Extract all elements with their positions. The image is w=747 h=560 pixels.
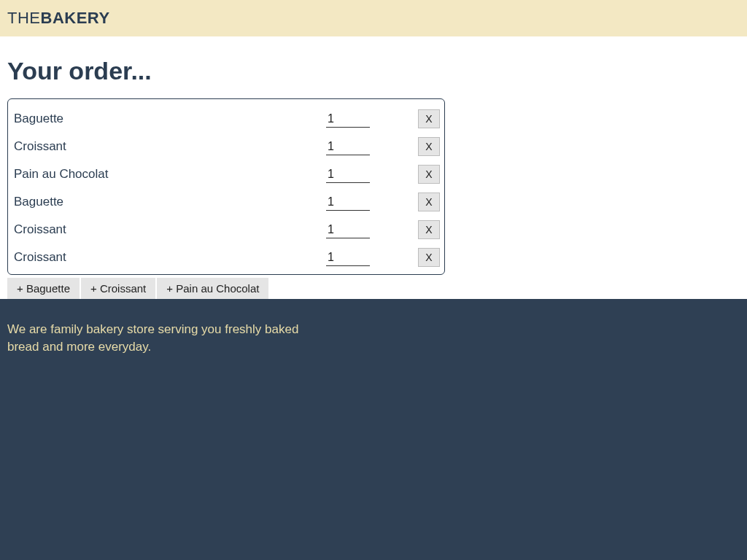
quantity-input[interactable] [326,166,370,183]
order-list: Baguette X Croissant X Pain au Chocolat … [7,98,445,275]
site-footer: We are family bakery store serving you f… [0,299,747,560]
remove-button[interactable]: X [418,137,440,156]
add-croissant-button[interactable]: + Croissant [81,278,155,299]
add-baguette-button[interactable]: + Baguette [7,278,80,299]
order-row: Croissant X [8,244,444,271]
remove-button[interactable]: X [418,109,440,128]
footer-tagline: We are family bakery store serving you f… [7,321,328,356]
order-row: Baguette X [8,188,444,216]
item-name: Baguette [12,112,319,126]
site-header: THEBAKERY [0,0,747,36]
remove-button[interactable]: X [418,192,440,211]
item-name: Croissant [12,222,319,237]
item-name: Croissant [12,250,319,265]
quantity-input[interactable] [326,111,370,128]
remove-button[interactable]: X [418,220,440,239]
order-row: Pain au Chocolat X [8,160,444,188]
main-content: Your order... Baguette X Croissant X Pai… [0,36,747,299]
add-pain-au-chocolat-button[interactable]: + Pain au Chocolat [157,278,268,299]
remove-button[interactable]: X [418,165,440,184]
order-row: Baguette X [8,105,444,133]
order-row: Croissant X [8,216,444,244]
item-name: Pain au Chocolat [12,167,319,182]
quantity-input[interactable] [326,249,370,266]
quantity-input[interactable] [326,194,370,211]
add-buttons-row: + Baguette + Croissant + Pain au Chocola… [7,278,740,299]
brand-name: BAKERY [41,9,110,27]
order-row: Croissant X [8,133,444,160]
quantity-input[interactable] [326,222,370,238]
quantity-input[interactable] [326,139,370,155]
page-title: Your order... [7,57,740,85]
brand-logo: THEBAKERY [7,9,740,28]
item-name: Croissant [12,139,319,154]
brand-prefix: THE [7,9,41,27]
item-name: Baguette [12,195,319,209]
remove-button[interactable]: X [418,248,440,267]
